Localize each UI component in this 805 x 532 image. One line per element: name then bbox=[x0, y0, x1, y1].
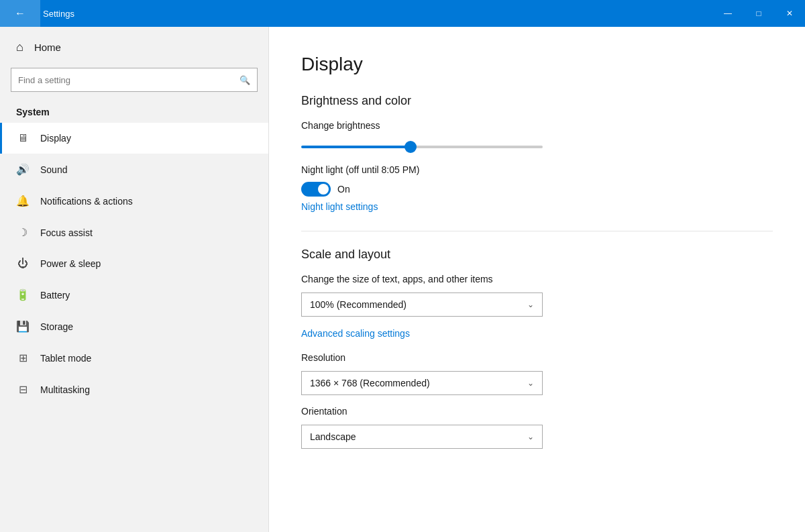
page-title: Display bbox=[301, 54, 773, 75]
back-button[interactable]: ← bbox=[0, 0, 40, 27]
tablet-icon: ⊞ bbox=[16, 352, 30, 364]
brightness-section-title: Brightness and color bbox=[301, 94, 773, 108]
home-label: Home bbox=[34, 42, 61, 53]
sidebar-item-label: Tablet mode bbox=[40, 353, 91, 364]
toggle-knob bbox=[318, 184, 329, 195]
sidebar-item-multitasking[interactable]: ⊟ Multitasking bbox=[0, 374, 268, 405]
chevron-down-icon-3: ⌄ bbox=[527, 432, 534, 441]
notifications-icon: 🔔 bbox=[16, 195, 30, 207]
titlebar: ← Settings — □ ✕ bbox=[0, 0, 805, 27]
search-input[interactable] bbox=[18, 75, 239, 85]
maximize-icon: □ bbox=[756, 9, 761, 18]
search-icon: 🔍 bbox=[239, 75, 250, 85]
sidebar-item-label: Sound bbox=[40, 164, 67, 175]
back-icon: ← bbox=[15, 7, 25, 19]
scale-dropdown[interactable]: 100% (Recommended) ⌄ bbox=[301, 292, 543, 317]
sidebar-item-label: Focus assist bbox=[40, 227, 93, 238]
sound-icon: 🔊 bbox=[16, 163, 30, 176]
brightness-label: Change brightness bbox=[301, 120, 773, 131]
night-light-toggle[interactable] bbox=[301, 182, 331, 197]
sidebar-item-display[interactable]: 🖥 Display bbox=[0, 123, 268, 154]
chevron-down-icon: ⌄ bbox=[527, 300, 534, 309]
storage-icon: 💾 bbox=[16, 320, 30, 333]
scale-selected: 100% (Recommended) bbox=[310, 299, 407, 310]
orientation-selected: Landscape bbox=[310, 431, 356, 442]
sidebar-item-label: Multitasking bbox=[40, 384, 90, 395]
orientation-dropdown[interactable]: Landscape ⌄ bbox=[301, 425, 543, 449]
maximize-button[interactable]: □ bbox=[743, 0, 774, 27]
section-divider-1 bbox=[301, 231, 773, 231]
sidebar-item-focus[interactable]: ☽ Focus assist bbox=[0, 217, 268, 248]
nav-list: 🖥 Display 🔊 Sound 🔔 Notifications & acti… bbox=[0, 123, 268, 405]
minimize-button[interactable]: — bbox=[712, 0, 743, 27]
sidebar-item-label: Battery bbox=[40, 290, 70, 301]
resolution-dropdown[interactable]: 1366 × 768 (Recommended) ⌄ bbox=[301, 371, 543, 395]
focus-icon: ☽ bbox=[16, 226, 30, 239]
night-light-label: Night light (off until 8:05 PM) bbox=[301, 164, 773, 175]
resolution-dropdown-container: 1366 × 768 (Recommended) ⌄ bbox=[301, 371, 773, 395]
advanced-scaling-link[interactable]: Advanced scaling settings bbox=[301, 328, 410, 339]
sidebar-item-label: Notifications & actions bbox=[40, 196, 133, 207]
sidebar: ⌂ Home 🔍 System 🖥 Display 🔊 Sound 🔔 Noti… bbox=[0, 27, 268, 532]
orientation-dropdown-container: Landscape ⌄ bbox=[301, 425, 773, 449]
scale-section-title: Scale and layout bbox=[301, 248, 773, 262]
display-icon: 🖥 bbox=[16, 132, 30, 144]
main-layout: ⌂ Home 🔍 System 🖥 Display 🔊 Sound 🔔 Noti… bbox=[0, 27, 805, 532]
close-button[interactable]: ✕ bbox=[774, 0, 805, 27]
search-box: 🔍 bbox=[11, 68, 258, 92]
content-area: Display Brightness and color Change brig… bbox=[268, 27, 805, 532]
system-label: System bbox=[0, 100, 268, 123]
sidebar-item-power[interactable]: ⏻ Power & sleep bbox=[0, 248, 268, 279]
scale-label: Change the size of text, apps, and other… bbox=[301, 274, 773, 284]
brightness-slider-container bbox=[301, 139, 773, 151]
orientation-label: Orientation bbox=[301, 406, 773, 417]
battery-icon: 🔋 bbox=[16, 288, 30, 301]
minimize-icon: — bbox=[724, 9, 732, 18]
night-light-settings-link[interactable]: Night light settings bbox=[301, 201, 378, 212]
sidebar-item-label: Storage bbox=[40, 321, 73, 332]
sidebar-item-notifications[interactable]: 🔔 Notifications & actions bbox=[0, 185, 268, 217]
sidebar-item-label: Display bbox=[40, 133, 71, 144]
night-light-state: On bbox=[337, 184, 350, 195]
power-icon: ⏻ bbox=[16, 258, 30, 270]
chevron-down-icon-2: ⌄ bbox=[527, 378, 534, 388]
scale-dropdown-container: 100% (Recommended) ⌄ bbox=[301, 292, 773, 317]
brightness-slider[interactable] bbox=[301, 146, 543, 148]
night-light-toggle-row: On bbox=[301, 182, 773, 197]
sidebar-item-label: Power & sleep bbox=[40, 258, 101, 269]
sidebar-item-home[interactable]: ⌂ Home bbox=[0, 27, 268, 68]
sidebar-item-tablet[interactable]: ⊞ Tablet mode bbox=[0, 342, 268, 374]
multitasking-icon: ⊟ bbox=[16, 383, 30, 396]
sidebar-item-storage[interactable]: 💾 Storage bbox=[0, 311, 268, 342]
resolution-selected: 1366 × 768 (Recommended) bbox=[310, 378, 430, 388]
close-icon: ✕ bbox=[786, 9, 793, 18]
home-icon: ⌂ bbox=[16, 40, 23, 54]
window-controls: — □ ✕ bbox=[712, 0, 805, 27]
sidebar-item-battery[interactable]: 🔋 Battery bbox=[0, 279, 268, 311]
titlebar-title: Settings bbox=[40, 9, 712, 19]
resolution-label: Resolution bbox=[301, 352, 773, 363]
sidebar-item-sound[interactable]: 🔊 Sound bbox=[0, 154, 268, 185]
